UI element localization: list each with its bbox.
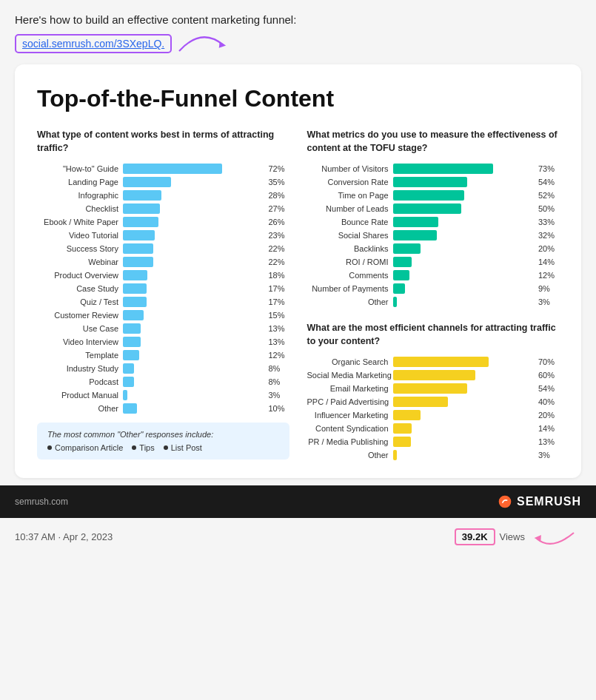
bar-row: Infographic28% bbox=[37, 190, 289, 201]
bar-label: Ebook / White Paper bbox=[37, 218, 118, 226]
views-count: 39.2K bbox=[455, 528, 495, 545]
bar-label: Other bbox=[37, 404, 118, 413]
bar-fill bbox=[393, 177, 467, 187]
bar-pct: 54% bbox=[538, 384, 559, 393]
bar-fill bbox=[123, 350, 139, 360]
bar-fill bbox=[123, 257, 153, 267]
bar-row: Other3% bbox=[307, 297, 560, 307]
bar-fill bbox=[393, 450, 398, 460]
footer-domain: semrush.com bbox=[15, 497, 68, 507]
svg-marker-2 bbox=[535, 533, 544, 542]
bar-label: Webinar bbox=[37, 258, 118, 266]
bullet-dot bbox=[47, 445, 52, 450]
bar-fill bbox=[393, 230, 437, 240]
bar-row: Number of Payments9% bbox=[307, 283, 560, 294]
bar-row: PPC / Paid Advertising40% bbox=[307, 397, 560, 407]
bar-fill bbox=[393, 297, 398, 307]
bar-pct: 12% bbox=[269, 351, 289, 360]
bar-pct: 33% bbox=[538, 218, 559, 226]
bar-label: Industry Study bbox=[37, 364, 118, 373]
bar-pct: 32% bbox=[538, 231, 559, 240]
bar-pct: 13% bbox=[269, 324, 289, 333]
bar-fill bbox=[123, 203, 160, 214]
bar-label: Podcast bbox=[37, 377, 118, 386]
bar-label: PR / Media Publishing bbox=[307, 437, 389, 446]
bar-row: ROI / ROMI14% bbox=[307, 257, 560, 267]
bar-row: Ebook / White Paper26% bbox=[37, 217, 289, 227]
bar-fill bbox=[123, 270, 147, 280]
bar-fill bbox=[123, 217, 158, 227]
bar-track bbox=[123, 377, 261, 387]
bar-pct: 70% bbox=[538, 357, 559, 366]
bar-pct: 14% bbox=[538, 258, 559, 266]
bar-label: Number of Payments bbox=[307, 284, 389, 293]
bar-track bbox=[393, 370, 531, 380]
bar-label: Number of Visitors bbox=[307, 164, 389, 173]
bar-track bbox=[123, 403, 261, 414]
bar-pct: 13% bbox=[538, 437, 559, 446]
bar-row: Product Overview18% bbox=[37, 270, 289, 280]
bar-track bbox=[393, 423, 531, 434]
bar-label: Customer Review bbox=[37, 311, 118, 320]
bar-pct: 13% bbox=[269, 337, 289, 346]
bar-fill bbox=[393, 370, 475, 380]
bar-label: Video Tutorial bbox=[37, 231, 118, 240]
bar-row: Content Syndication14% bbox=[307, 423, 560, 434]
bar-pct: 20% bbox=[538, 244, 559, 253]
bar-track bbox=[393, 257, 531, 267]
bar-pct: 27% bbox=[269, 204, 289, 213]
left-bars-container: "How-to" Guide72%Landing Page35%Infograp… bbox=[37, 164, 289, 414]
bar-row: Customer Review15% bbox=[37, 310, 289, 320]
note-title: The most common "Other" responses includ… bbox=[47, 430, 279, 439]
bar-fill bbox=[393, 283, 406, 294]
bar-row: "How-to" Guide72% bbox=[37, 164, 289, 174]
bar-label: Time on Page bbox=[307, 191, 389, 200]
bar-pct: 15% bbox=[269, 311, 289, 320]
bar-fill bbox=[123, 177, 171, 187]
bar-track bbox=[123, 190, 261, 201]
bar-label: Checklist bbox=[37, 204, 118, 213]
bar-label: PPC / Paid Advertising bbox=[307, 397, 389, 406]
bar-row: Webinar22% bbox=[37, 257, 289, 267]
bar-fill bbox=[393, 270, 409, 280]
bar-label: Social Media Marketing bbox=[307, 371, 389, 380]
bullet-text: Comparison Article bbox=[55, 443, 123, 452]
bar-row: Number of Leads50% bbox=[307, 203, 560, 214]
bullet-text: List Post bbox=[171, 443, 202, 452]
bar-pct: 23% bbox=[269, 231, 289, 240]
bar-fill bbox=[123, 363, 134, 374]
bar-fill bbox=[393, 164, 493, 174]
bar-track bbox=[123, 203, 261, 214]
bar-row: Backlinks20% bbox=[307, 243, 560, 254]
semrush-logo-icon bbox=[498, 494, 512, 509]
bar-label: ROI / ROMI bbox=[307, 258, 389, 266]
bar-label: Number of Leads bbox=[307, 204, 389, 213]
bar-label: Comments bbox=[307, 271, 389, 280]
timestamp: 10:37 AM · Apr 2, 2023 bbox=[15, 531, 113, 542]
bar-track bbox=[393, 383, 531, 394]
bar-track bbox=[393, 397, 531, 407]
bar-pct: 3% bbox=[538, 297, 559, 306]
bar-track bbox=[123, 337, 261, 347]
bar-label: Success Story bbox=[37, 244, 118, 253]
bar-pct: 8% bbox=[269, 364, 289, 373]
bar-label: Other bbox=[307, 451, 389, 460]
right-column: What metrics do you use to measure the e… bbox=[307, 129, 560, 463]
bar-track bbox=[393, 450, 531, 460]
url-link[interactable]: social.semrush.com/3SXepLQ. bbox=[15, 34, 172, 53]
bar-track bbox=[123, 363, 261, 374]
bar-label: Infographic bbox=[37, 191, 118, 200]
bar-fill bbox=[123, 337, 141, 347]
bar-row: Other3% bbox=[307, 450, 560, 460]
bar-track bbox=[393, 297, 531, 307]
bar-fill bbox=[123, 230, 155, 240]
right-top-bars-container: Number of Visitors73%Conversion Rate54%T… bbox=[307, 164, 560, 307]
bar-track bbox=[123, 390, 261, 400]
bar-track bbox=[123, 257, 261, 267]
arrow-annotation bbox=[172, 30, 231, 57]
bar-pct: 12% bbox=[538, 271, 559, 280]
left-column: What type of content works best in terms… bbox=[37, 129, 289, 463]
bar-row: Other10% bbox=[37, 403, 289, 414]
bar-pct: 72% bbox=[269, 164, 289, 173]
bar-fill bbox=[393, 423, 412, 434]
